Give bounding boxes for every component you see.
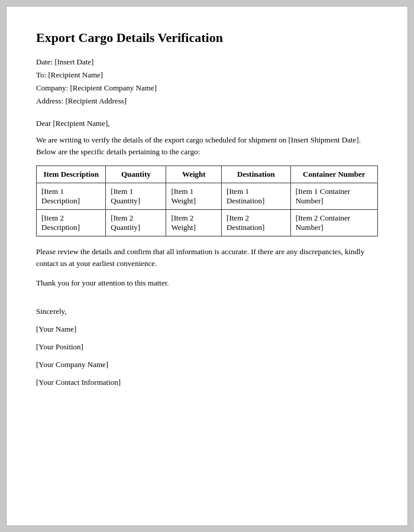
- document-title: Export Cargo Details Verification: [36, 30, 378, 46]
- table-cell: [Item 1 Description]: [37, 183, 106, 210]
- table-row: [Item 2 Description][Item 2 Quantity][It…: [37, 210, 378, 236]
- table-cell: [Item 1 Container Number]: [290, 183, 377, 210]
- signer-contact: [Your Contact Information]: [36, 378, 378, 387]
- table-header-row: Item Description Quantity Weight Destina…: [37, 166, 378, 183]
- signer-company: [Your Company Name]: [36, 360, 378, 369]
- table-cell: [Item 1 Quantity]: [106, 183, 166, 210]
- table-cell: [Item 2 Description]: [37, 210, 106, 236]
- table-row: [Item 1 Description][Item 1 Quantity][It…: [37, 183, 378, 210]
- col-header-quantity: Quantity: [106, 166, 166, 183]
- signer-name: [Your Name]: [36, 325, 378, 334]
- col-header-container-number: Container Number: [290, 166, 377, 183]
- col-header-weight: Weight: [166, 166, 222, 183]
- table-cell: [Item 1 Destination]: [222, 183, 291, 210]
- closing-section: Sincerely, [Your Name] [Your Position] […: [36, 307, 378, 387]
- address-field: Address: [Recipient Address]: [36, 96, 378, 106]
- table-cell: [Item 2 Quantity]: [106, 210, 166, 236]
- cargo-table: Item Description Quantity Weight Destina…: [36, 166, 378, 236]
- table-cell: [Item 2 Container Number]: [290, 210, 377, 236]
- table-cell: [Item 2 Weight]: [166, 210, 222, 236]
- sign-off: Sincerely,: [36, 307, 378, 316]
- company-field: Company: [Recipient Company Name]: [36, 83, 378, 93]
- signer-position: [Your Position]: [36, 342, 378, 352]
- body-paragraph-1: We are writing to verify the details of …: [36, 134, 378, 157]
- table-body: [Item 1 Description][Item 1 Quantity][It…: [37, 183, 378, 236]
- table-cell: [Item 2 Destination]: [222, 210, 291, 236]
- body-paragraph-2: Please review the details and confirm th…: [36, 246, 378, 269]
- to-field: To: [Recipient Name]: [36, 70, 378, 80]
- table-cell: [Item 1 Weight]: [166, 183, 222, 210]
- document-page: Export Cargo Details Verification Date: …: [6, 6, 408, 526]
- salutation: Dear [Recipient Name],: [36, 119, 378, 128]
- date-field: Date: [Insert Date]: [36, 57, 378, 67]
- body-paragraph-3: Thank you for your attention to this mat…: [36, 277, 378, 289]
- col-header-destination: Destination: [222, 166, 291, 183]
- col-header-item-description: Item Description: [37, 166, 106, 183]
